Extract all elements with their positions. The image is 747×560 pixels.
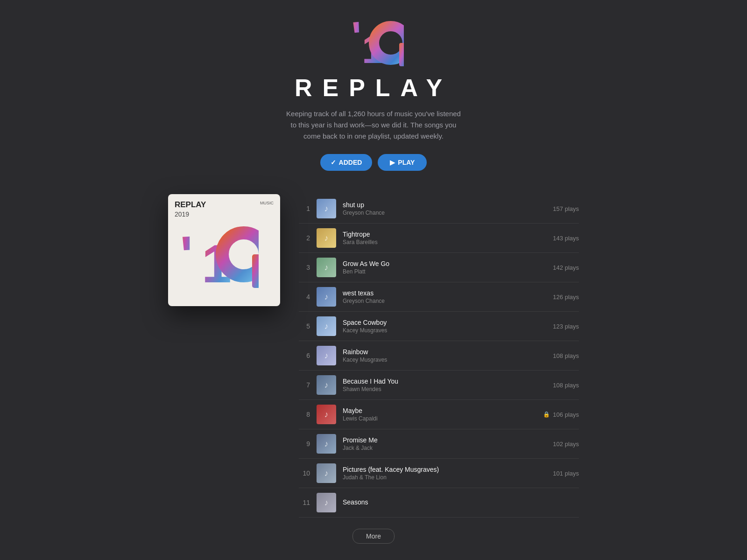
plays-text: 102 plays <box>553 441 579 448</box>
track-number: 7 <box>299 381 310 389</box>
more-button[interactable]: More <box>352 529 395 544</box>
plays-text: 108 plays <box>553 352 579 359</box>
plays-text: 101 plays <box>553 470 579 477</box>
track-artist: Greyson Chance <box>343 210 546 216</box>
track-info: west texasGreyson Chance <box>343 289 546 304</box>
play-label: PLAY <box>398 159 415 166</box>
music-note-icon: ♪ <box>324 410 329 420</box>
checkmark-icon: ✓ <box>331 159 336 166</box>
music-note-icon: ♪ <box>324 498 329 508</box>
track-name: Rainbow <box>343 348 546 356</box>
track-play-count: 108 plays <box>553 352 579 359</box>
main-content: REPLAY 2019 MUSIC ' 1 <box>168 194 579 518</box>
svg-rect-3 <box>399 43 404 66</box>
track-thumbnail: ♪ <box>317 287 336 307</box>
track-number: 1 <box>299 205 310 212</box>
track-artist: Judah & The Lion <box>343 474 546 481</box>
track-play-count: 123 plays <box>553 323 579 330</box>
action-buttons: ✓ ADDED ▶ PLAY <box>320 154 427 171</box>
plays-text: 126 plays <box>553 294 579 301</box>
track-row[interactable]: 10♪Pictures (feat. Kacey Musgraves)Judah… <box>299 459 579 488</box>
track-info: RainbowKacey Musgraves <box>343 348 546 363</box>
track-play-count: 101 plays <box>553 470 579 477</box>
track-artist: Jack & Jack <box>343 445 546 451</box>
track-artist: Kacey Musgraves <box>343 327 546 334</box>
plays-text: 108 plays <box>553 382 579 389</box>
track-thumbnail: ♪ <box>317 375 336 395</box>
plays-text: 142 plays <box>553 264 579 271</box>
track-number: 9 <box>299 440 310 448</box>
track-thumbnail: ♪ <box>317 405 336 424</box>
track-artist: Shawn Mendes <box>343 386 546 392</box>
music-note-icon: ♪ <box>324 469 329 478</box>
track-artist: Ben Platt <box>343 268 546 275</box>
track-number: 5 <box>299 322 310 330</box>
track-info: Promise MeJack & Jack <box>343 436 546 451</box>
plays-text: 123 plays <box>553 323 579 330</box>
track-info: Pictures (feat. Kacey Musgraves)Judah & … <box>343 466 546 481</box>
track-name: Space Cowboy <box>343 319 546 326</box>
track-play-count: 102 plays <box>553 441 579 448</box>
track-thumbnail: ♪ <box>317 258 336 277</box>
track-info: shut upGreyson Chance <box>343 201 546 216</box>
track-name: Seasons <box>343 498 572 506</box>
logo-container: ' 1 <box>343 14 404 70</box>
track-thumbnail: ♪ <box>317 463 336 483</box>
track-artist: Kacey Musgraves <box>343 357 546 363</box>
track-name: Tightrope <box>343 231 546 238</box>
play-button[interactable]: ▶ PLAY <box>378 154 427 171</box>
track-thumbnail: ♪ <box>317 434 336 454</box>
track-play-count: 🔒106 plays <box>543 411 579 418</box>
track-info: Grow As We GoBen Platt <box>343 260 546 275</box>
track-row[interactable]: 7♪Because I Had YouShawn Mendes108 plays <box>299 371 579 400</box>
lock-icon: 🔒 <box>543 411 550 418</box>
track-thumbnail: ♪ <box>317 228 336 248</box>
album-logo-svg: ' 1 <box>179 213 259 290</box>
added-label: ADDED <box>339 159 362 166</box>
music-note-icon: ♪ <box>324 263 329 273</box>
track-thumbnail: ♪ <box>317 493 336 512</box>
page-header: ' 1 REPLAY Keeping track of all 1,260 ho… <box>0 0 747 171</box>
track-row[interactable]: 5♪Space CowboyKacey Musgraves123 plays <box>299 312 579 341</box>
track-number: 10 <box>299 469 310 477</box>
apple-music-logo: MUSIC <box>259 201 274 205</box>
track-number: 6 <box>299 352 310 359</box>
track-thumbnail: ♪ <box>317 346 336 365</box>
track-row[interactable]: 4♪west texasGreyson Chance126 plays <box>299 282 579 312</box>
svg-rect-7 <box>252 254 259 288</box>
track-thumbnail: ♪ <box>317 199 336 218</box>
track-number: 8 <box>299 411 310 418</box>
replay-19-logo: ' 1 <box>343 14 404 70</box>
music-note-icon: ♪ <box>324 351 329 361</box>
added-button[interactable]: ✓ ADDED <box>320 154 373 171</box>
music-note-icon: ♪ <box>324 292 329 302</box>
music-note-icon: ♪ <box>324 233 329 243</box>
track-row[interactable]: 6♪RainbowKacey Musgraves108 plays <box>299 341 579 371</box>
track-row[interactable]: 11♪Seasons <box>299 488 579 518</box>
track-play-count: 108 plays <box>553 382 579 389</box>
track-info: TightropeSara Bareilles <box>343 231 546 245</box>
track-name: Because I Had You <box>343 378 546 385</box>
track-row[interactable]: 1♪shut upGreyson Chance157 plays <box>299 194 579 224</box>
track-play-count: 142 plays <box>553 264 579 271</box>
track-number: 2 <box>299 234 310 242</box>
plays-text: 143 plays <box>553 235 579 242</box>
track-name: shut up <box>343 201 546 209</box>
track-row[interactable]: 3♪Grow As We GoBen Platt142 plays <box>299 253 579 282</box>
plays-text: 157 plays <box>553 205 579 212</box>
play-icon: ▶ <box>390 159 395 166</box>
track-name: west texas <box>343 289 546 297</box>
track-name: Grow As We Go <box>343 260 546 267</box>
track-info: Space CowboyKacey Musgraves <box>343 319 546 334</box>
track-row[interactable]: 9♪Promise MeJack & Jack102 plays <box>299 429 579 459</box>
album-title: REPLAY <box>175 201 206 210</box>
track-play-count: 157 plays <box>553 205 579 212</box>
track-list: 1♪shut upGreyson Chance157 plays2♪Tightr… <box>299 194 579 518</box>
track-number: 4 <box>299 293 310 301</box>
track-row[interactable]: 8♪MaybeLewis Capaldi🔒106 plays <box>299 400 579 429</box>
track-name: Pictures (feat. Kacey Musgraves) <box>343 466 546 473</box>
track-thumbnail: ♪ <box>317 316 336 336</box>
track-row[interactable]: 2♪TightropeSara Bareilles143 plays <box>299 224 579 253</box>
track-artist: Lewis Capaldi <box>343 415 536 422</box>
music-note-icon: ♪ <box>324 204 329 214</box>
